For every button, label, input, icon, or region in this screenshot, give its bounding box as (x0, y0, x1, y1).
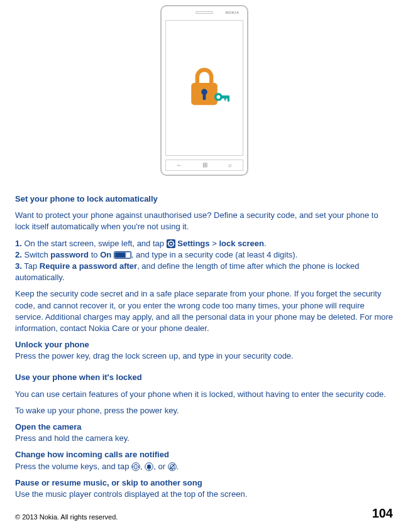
calls-c1: , (140, 462, 145, 471)
svg-line-16 (172, 246, 173, 246)
phone-illustration: NOKIA ← ⊞ ⌕ (15, 5, 393, 176)
warning-text: Keep the security code secret and in a s… (15, 288, 393, 334)
step-1-settings: Settings (175, 239, 210, 248)
copyright: © 2013 Nokia. All rights reserved. (15, 513, 118, 522)
unlock-text: Press the power key, drag the lock scree… (15, 350, 393, 362)
calls-a: Press the volume keys, and tap (15, 462, 131, 471)
svg-point-29 (172, 469, 173, 470)
phone-speaker (196, 11, 213, 14)
step-2-f: , and type in a security code (at least … (131, 250, 297, 259)
calls-c2: , or (153, 462, 167, 471)
nav-search-icon: ⌕ (228, 161, 232, 170)
step-3: 3. Tap Require a password after, and def… (15, 261, 393, 283)
music-text: Use the music player controls displayed … (15, 489, 393, 500)
step-2: 2. Switch password to On , and type in a… (15, 249, 393, 261)
svg-line-18 (172, 241, 173, 242)
heading-use-locked: Use your phone when it's locked (15, 372, 393, 383)
phone-brand: NOKIA (226, 10, 240, 15)
music-heading: Pause or resume music, or skip to anothe… (15, 477, 393, 489)
step-1-gt: > (210, 239, 219, 248)
step-1-a: On the start screen, swipe left, and tap (22, 239, 167, 248)
unlock-block: Unlock your phone Press the power key, d… (15, 339, 393, 362)
svg-rect-6 (227, 95, 229, 102)
vibrate-icon (131, 462, 140, 471)
camera-text: Press and hold the camera key. (15, 433, 393, 444)
nav-windows-icon: ⊞ (202, 161, 207, 170)
intro-auto-lock: Want to protect your phone against unaut… (15, 210, 393, 232)
step-1-num: 1. (15, 239, 22, 248)
ring-icon (145, 462, 153, 471)
step-3-num: 3. (15, 261, 22, 271)
step-2-a: Switch (22, 250, 51, 259)
svg-rect-20 (114, 252, 125, 258)
calls-end: . (177, 462, 179, 471)
settings-icon (167, 239, 175, 248)
svg-rect-2 (202, 93, 206, 100)
silent-icon (168, 462, 177, 471)
svg-rect-23 (135, 465, 137, 469)
phone-screen (165, 20, 243, 156)
camera-block: Open the camera Press and hold the camer… (15, 421, 393, 444)
unlock-heading: Unlock your phone (15, 339, 393, 350)
phone-frame: NOKIA ← ⊞ ⌕ (160, 5, 248, 176)
toggle-on-icon (114, 251, 131, 259)
camera-heading: Open the camera (15, 421, 393, 433)
nav-back-icon: ← (176, 161, 182, 170)
wake-text: To wake up your phone, press the power k… (15, 405, 393, 416)
page-number: 104 (372, 504, 393, 522)
step-1-lock-screen: lock screen (219, 239, 264, 248)
svg-rect-7 (224, 95, 226, 100)
calls-heading: Change how incoming calls are notified (15, 449, 393, 460)
step-2-num: 2. (15, 250, 22, 259)
svg-point-27 (148, 469, 150, 470)
intro-use-locked: You can use certain features of your pho… (15, 389, 393, 400)
calls-text: Press the volume keys, and tap , , or . (15, 461, 393, 472)
step-2-on: On (100, 250, 111, 259)
music-block: Pause or resume music, or skip to anothe… (15, 477, 393, 500)
lock-key-icon (179, 63, 229, 113)
svg-point-10 (170, 243, 172, 245)
page-footer: © 2013 Nokia. All rights reserved. 104 (15, 504, 393, 522)
step-1-end: . (264, 239, 267, 248)
svg-line-15 (168, 241, 169, 242)
step-2-c: to (89, 250, 100, 259)
step-3-require: Require a password after (40, 261, 137, 271)
step-3-a: Tap (22, 261, 40, 271)
step-1: 1. On the start screen, swipe left, and … (15, 238, 393, 249)
phone-nav-bar: ← ⊞ ⌕ (165, 160, 243, 171)
svg-rect-21 (126, 252, 131, 258)
svg-point-4 (216, 95, 220, 99)
calls-block: Change how incoming calls are notified P… (15, 449, 393, 472)
step-2-password: password (50, 250, 89, 259)
svg-line-17 (168, 246, 169, 246)
heading-auto-lock: Set your phone to lock automatically (15, 193, 393, 205)
